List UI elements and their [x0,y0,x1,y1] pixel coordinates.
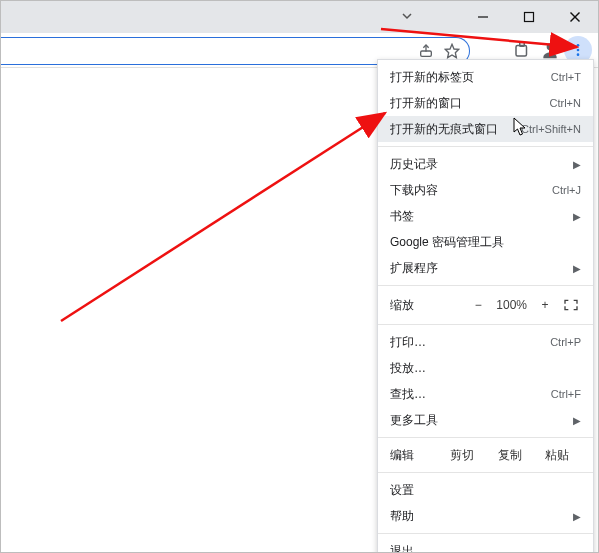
share-icon[interactable] [417,42,435,60]
menu-item-label: 扩展程序 [390,260,563,277]
svg-point-11 [577,53,580,56]
submenu-caret-icon: ▶ [573,211,581,222]
menu-item-label: 打开新的窗口 [390,95,540,112]
svg-rect-4 [421,51,432,56]
chrome-menu: 打开新的标签页 Ctrl+T 打开新的窗口 Ctrl+N 打开新的无痕式窗口 C… [377,59,594,553]
edit-cut-button[interactable]: 剪切 [438,447,486,464]
fullscreen-icon[interactable] [563,298,581,312]
menu-item-zoom: 缩放 − 100% + [378,290,593,320]
menu-item-label: 下载内容 [390,182,542,199]
menu-item-history[interactable]: 历史记录 ▶ [378,151,593,177]
menu-item-new-incognito[interactable]: 打开新的无痕式窗口 Ctrl+Shift+N [378,116,593,142]
menu-item-label: 编辑 [390,447,438,464]
menu-item-label: 打印… [390,334,540,351]
svg-line-13 [61,113,385,321]
menu-item-exit[interactable]: 退出 [378,538,593,553]
edit-copy-button[interactable]: 复制 [486,447,534,464]
svg-marker-5 [445,44,458,57]
window-controls [460,1,598,33]
menu-separator [378,285,593,286]
menu-item-new-window[interactable]: 打开新的窗口 Ctrl+N [378,90,593,116]
menu-separator [378,146,593,147]
menu-item-more-tools[interactable]: 更多工具 ▶ [378,407,593,433]
menu-item-shortcut: Ctrl+T [551,71,581,83]
svg-point-9 [577,44,580,47]
menu-item-help[interactable]: 帮助 ▶ [378,503,593,529]
chevron-down-icon[interactable] [401,10,413,25]
star-icon[interactable] [443,42,461,60]
submenu-caret-icon: ▶ [573,511,581,522]
browser-window: 打开新的标签页 Ctrl+T 打开新的窗口 Ctrl+N 打开新的无痕式窗口 C… [0,0,599,553]
menu-item-shortcut: Ctrl+F [551,388,581,400]
menu-item-shortcut: Ctrl+N [550,97,581,109]
menu-item-find[interactable]: 查找… Ctrl+F [378,381,593,407]
menu-item-label: 帮助 [390,508,563,525]
submenu-caret-icon: ▶ [573,159,581,170]
menu-item-label: 打开新的标签页 [390,69,541,86]
menu-separator [378,324,593,325]
menu-separator [378,533,593,534]
edit-paste-button[interactable]: 粘贴 [533,447,581,464]
menu-item-downloads[interactable]: 下载内容 Ctrl+J [378,177,593,203]
menu-item-label: 书签 [390,208,563,225]
menu-item-label: Google 密码管理工具 [390,234,581,251]
zoom-value: 100% [496,298,527,312]
menu-separator [378,472,593,473]
close-button[interactable] [552,1,598,33]
menu-item-bookmarks[interactable]: 书签 ▶ [378,203,593,229]
menu-item-shortcut: Ctrl+J [552,184,581,196]
menu-item-password-manager[interactable]: Google 密码管理工具 [378,229,593,255]
zoom-out-button[interactable]: − [470,298,486,312]
menu-item-edit: 编辑 剪切 复制 粘贴 [378,442,593,468]
svg-rect-7 [520,43,525,47]
menu-item-shortcut: Ctrl+Shift+N [521,123,581,135]
submenu-caret-icon: ▶ [573,263,581,274]
svg-point-10 [577,49,580,52]
menu-item-extensions[interactable]: 扩展程序 ▶ [378,255,593,281]
svg-rect-6 [516,46,527,57]
menu-item-label: 投放… [390,360,581,377]
menu-separator [378,437,593,438]
menu-item-label: 退出 [390,543,581,554]
svg-point-8 [547,43,554,50]
menu-item-label: 缩放 [390,297,470,314]
menu-item-label: 打开新的无痕式窗口 [390,121,511,138]
menu-item-print[interactable]: 打印… Ctrl+P [378,329,593,355]
maximize-button[interactable] [506,1,552,33]
menu-item-label: 设置 [390,482,581,499]
menu-item-settings[interactable]: 设置 [378,477,593,503]
menu-item-label: 查找… [390,386,541,403]
menu-item-new-tab[interactable]: 打开新的标签页 Ctrl+T [378,64,593,90]
submenu-caret-icon: ▶ [573,415,581,426]
zoom-in-button[interactable]: + [537,298,553,312]
menu-item-label: 历史记录 [390,156,563,173]
menu-item-cast[interactable]: 投放… [378,355,593,381]
minimize-button[interactable] [460,1,506,33]
menu-item-shortcut: Ctrl+P [550,336,581,348]
svg-rect-1 [525,13,534,22]
menu-item-label: 更多工具 [390,412,563,429]
